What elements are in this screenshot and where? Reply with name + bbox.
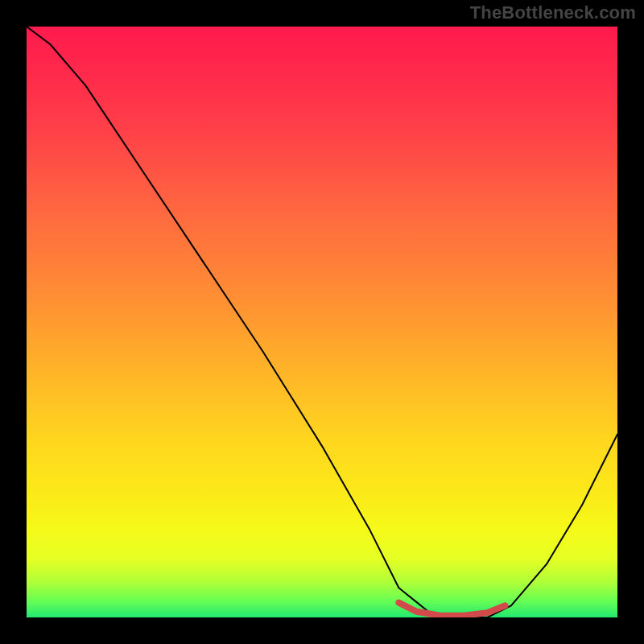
plot-area — [27, 27, 617, 617]
chart-container: TheBottleneck.com — [0, 0, 644, 644]
red-highlight-path — [398, 603, 505, 616]
black-curve-path — [27, 27, 617, 617]
curve-layer — [27, 27, 617, 617]
watermark-text: TheBottleneck.com — [470, 2, 636, 23]
